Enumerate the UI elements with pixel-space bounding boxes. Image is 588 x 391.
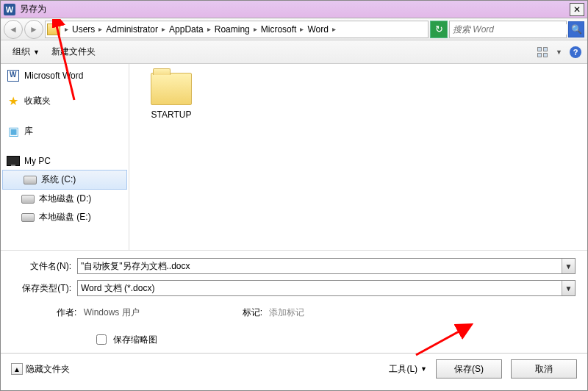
tag-label: 标记: — [243, 307, 262, 318]
star-icon: ★ — [8, 94, 18, 108]
drive-icon — [21, 213, 35, 222]
organize-button[interactable]: 组织 ▼ — [7, 44, 46, 60]
breadcrumb-seg[interactable]: AppData — [167, 24, 206, 35]
filename-combo[interactable]: ▼ — [77, 258, 576, 274]
search-button[interactable]: 🔍 — [568, 21, 584, 37]
dropdown-icon[interactable]: ▼ — [562, 259, 575, 273]
breadcrumb-seg[interactable]: Users — [70, 24, 97, 35]
breadcrumb-seg[interactable]: Administrator — [104, 24, 160, 35]
tools-label: 工具(L) — [389, 363, 417, 376]
sidebar: Microsoft Word ★ 收藏夹 ▣ 库 My PC 系统 (C:) — [1, 64, 129, 250]
sidebar-label: 收藏夹 — [24, 95, 51, 107]
back-button[interactable]: ◄ — [4, 20, 23, 39]
view-options-button[interactable] — [537, 46, 548, 58]
filetype-combo[interactable]: ▼ — [77, 280, 576, 296]
sidebar-item-mypc[interactable]: My PC — [1, 152, 129, 170]
sidebar-label: My PC — [24, 156, 51, 166]
footer: ▲ 隐藏文件夹 工具(L) ▼ 保存(S) 取消 — [1, 353, 587, 384]
sidebar-item-drive-e[interactable]: 本地磁盘 (E:) — [1, 208, 129, 226]
hide-folders-toggle[interactable]: ▲ 隐藏文件夹 — [11, 363, 70, 376]
breadcrumb-seg[interactable]: Roaming — [212, 24, 252, 35]
refresh-button[interactable]: ↻ — [430, 21, 448, 38]
chevron-right-icon[interactable]: ▸ — [252, 25, 259, 33]
folder-icon — [47, 24, 60, 35]
sidebar-item-drive-d[interactable]: 本地磁盘 (D:) — [1, 190, 129, 208]
breadcrumb-seg[interactable]: Word — [305, 24, 330, 35]
new-folder-button[interactable]: 新建文件夹 — [46, 44, 101, 60]
toolbar: 组织 ▼ 新建文件夹 ▼ ? — [1, 40, 587, 64]
thumbnail-checkbox-label[interactable]: 保存缩略图 — [93, 332, 576, 347]
save-as-dialog: W 另存为 ✕ ◄ ► ▸ Users ▸ Administrator ▸ Ap… — [0, 0, 588, 391]
thumbnail-text: 保存缩略图 — [113, 334, 157, 346]
author-value: Windows 用户 — [84, 307, 140, 318]
chevron-right-icon[interactable]: ▸ — [298, 25, 305, 33]
search-box[interactable] — [449, 21, 567, 38]
thumbnail-row: 保存缩略图 — [12, 319, 576, 350]
main-area: Microsoft Word ★ 收藏夹 ▣ 库 My PC 系统 (C:) — [1, 64, 587, 250]
thumbnail-checkbox[interactable] — [96, 334, 107, 345]
author-field[interactable]: 作者: Windows 用户 — [57, 306, 140, 319]
library-icon: ▣ — [8, 124, 19, 138]
sidebar-item-library[interactable]: ▣ 库 — [1, 122, 129, 140]
dropdown-icon[interactable]: ▼ — [562, 281, 575, 295]
help-icon[interactable]: ? — [570, 46, 581, 58]
author-label: 作者: — [57, 307, 76, 318]
tag-placeholder: 添加标记 — [269, 307, 304, 318]
forward-button[interactable]: ► — [24, 20, 43, 39]
filetype-label: 保存类型(T): — [12, 282, 71, 295]
chevron-down-icon: ▼ — [33, 49, 40, 56]
close-button[interactable]: ✕ — [570, 3, 584, 16]
filename-input[interactable] — [78, 261, 562, 271]
fields-area: 文件名(N): ▼ 保存类型(T): ▼ 作者: Windows 用户 标记: … — [1, 250, 587, 353]
drive-icon — [24, 176, 37, 184]
folder-icon — [151, 73, 192, 105]
filetype-input[interactable] — [78, 283, 562, 293]
organize-label: 组织 — [12, 46, 30, 58]
filetype-row: 保存类型(T): ▼ — [12, 280, 576, 296]
save-button[interactable]: 保存(S) — [436, 359, 502, 379]
sidebar-item-drive-c[interactable]: 系统 (C:) — [2, 170, 127, 190]
sidebar-label: 库 — [24, 125, 33, 137]
navbar: ◄ ► ▸ Users ▸ Administrator ▸ AppData ▸ … — [1, 18, 587, 40]
sidebar-label: Microsoft Word — [24, 71, 83, 81]
sidebar-label: 系统 (C:) — [41, 173, 76, 186]
sidebar-item-word[interactable]: Microsoft Word — [1, 67, 129, 85]
breadcrumb-seg[interactable]: Microsoft — [259, 24, 299, 35]
chevron-right-icon[interactable]: ▸ — [206, 25, 212, 33]
tag-field[interactable]: 标记: 添加标记 — [243, 306, 305, 319]
chevron-right-icon[interactable]: ▸ — [97, 25, 104, 33]
word-app-icon: W — [4, 4, 15, 15]
file-list-area[interactable]: STARTUP — [129, 64, 587, 250]
cancel-button[interactable]: 取消 — [511, 359, 577, 379]
filename-row: 文件名(N): ▼ — [12, 258, 576, 274]
drive-icon — [21, 195, 35, 204]
chevron-right-icon[interactable]: ▸ — [63, 25, 70, 33]
search-input[interactable] — [450, 24, 567, 35]
sidebar-item-favorites[interactable]: ★ 收藏夹 — [1, 92, 129, 110]
chevron-down-icon[interactable]: ▼ — [556, 49, 562, 56]
breadcrumb[interactable]: ▸ Users ▸ Administrator ▸ AppData ▸ Roam… — [45, 21, 429, 38]
folder-item[interactable]: STARTUP — [138, 73, 204, 120]
word-doc-icon — [7, 70, 19, 82]
sidebar-label: 本地磁盘 (D:) — [39, 193, 91, 205]
chevron-down-icon: ▼ — [420, 365, 427, 373]
titlebar: W 另存为 ✕ — [1, 1, 587, 18]
computer-icon — [7, 156, 20, 166]
chevron-up-icon: ▲ — [11, 363, 23, 375]
filename-label: 文件名(N): — [12, 260, 71, 273]
hide-folders-label: 隐藏文件夹 — [26, 363, 70, 376]
sidebar-label: 本地磁盘 (E:) — [39, 211, 91, 223]
metadata-row: 作者: Windows 用户 标记: 添加标记 — [12, 302, 576, 319]
chevron-right-icon[interactable]: ▸ — [160, 25, 167, 33]
folder-name: STARTUP — [151, 110, 192, 120]
window-title: 另存为 — [20, 3, 46, 15]
chevron-right-icon[interactable]: ▸ — [331, 25, 337, 33]
tools-dropdown[interactable]: 工具(L) ▼ — [389, 363, 427, 376]
new-folder-label: 新建文件夹 — [51, 46, 96, 58]
